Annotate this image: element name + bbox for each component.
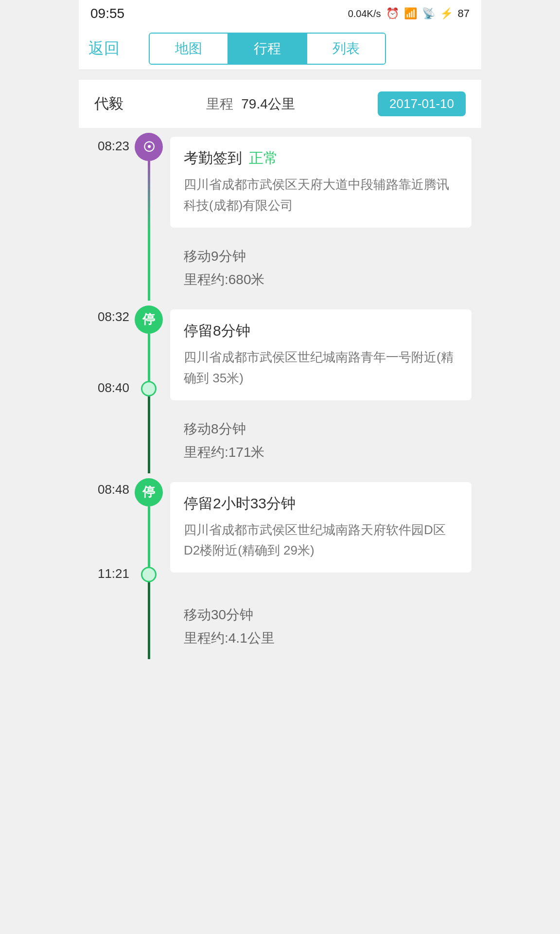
stop1-address: 四川省成都市武侯区世纪城南路青年一号附近(精确到 35米) — [184, 347, 458, 389]
node-col-stop2: 停 — [131, 473, 166, 590]
time-start-stop1: 08:32 — [79, 301, 129, 324]
line-after-checkin — [148, 161, 150, 232]
line-stop2 — [148, 506, 150, 567]
content-col-move3: 移动30分钟 里程约:4.1公里 — [166, 590, 481, 659]
stop2-title: 停留2小时33分钟 — [184, 494, 458, 514]
navbar: 返回 地图 行程 列表 — [79, 27, 481, 70]
mileage-value: 79.4公里 — [241, 95, 295, 113]
clock-icon: ⏰ — [386, 7, 399, 20]
status-time: 09:55 — [90, 6, 124, 21]
line-stop1 — [148, 334, 150, 381]
stop2-end-node — [141, 567, 157, 582]
time-start-checkin: 08:23 — [79, 128, 129, 154]
tab-list[interactable]: 列表 — [307, 34, 385, 64]
move3-info: 移动30分钟 里程约:4.1公里 — [170, 594, 472, 655]
time-end-stop2: 11:21 — [79, 566, 129, 590]
line-move2 — [148, 404, 150, 473]
move1-duration: 移动9分钟 — [184, 247, 458, 266]
fingerprint-icon: ☉ — [143, 139, 155, 155]
content-col-stop2: 停留2小时33分钟 四川省成都市武侯区世纪城南路天府软件园D区D2楼附近(精确到… — [166, 473, 481, 590]
date-badge: 2017-01-10 — [378, 91, 466, 116]
timeline-row-stop2: 08:48 11:21 停 停留2小时33分钟 四川省成都市武侯区世纪城南路天府… — [79, 473, 481, 590]
node-col-move2 — [131, 404, 166, 473]
timeline-container: 08:23 ☉ 考勤签到 正常 四川省成都市武侯区天府大道中段辅路靠近腾讯科技(… — [79, 128, 481, 679]
charging-icon: ⚡ — [440, 7, 453, 20]
checkin-address: 四川省成都市武侯区天府大道中段辅路靠近腾讯科技(成都)有限公司 — [184, 174, 458, 216]
move3-duration: 移动30分钟 — [184, 606, 458, 624]
time-end-stop1: 08:40 — [79, 380, 129, 404]
time-col-move2 — [79, 404, 131, 473]
status-bar: 09:55 0.04K/s ⏰ 📶 📡 ⚡ 87 — [79, 0, 481, 27]
status-right-group: 0.04K/s ⏰ 📶 📡 ⚡ 87 — [348, 7, 470, 20]
line-move1 — [148, 232, 150, 301]
move3-distance: 里程约:4.1公里 — [184, 629, 458, 647]
signal-icon: 📡 — [422, 7, 435, 20]
stop2-card: 停留2小时33分钟 四川省成都市武侯区世纪城南路天府软件园D区D2楼附近(精确到… — [170, 482, 472, 573]
checkin-card: 考勤签到 正常 四川省成都市武侯区天府大道中段辅路靠近腾讯科技(成都)有限公司 — [170, 137, 472, 228]
move2-duration: 移动8分钟 — [184, 420, 458, 438]
node-col-stop1: 停 — [131, 301, 166, 404]
time-col-stop2: 08:48 11:21 — [79, 473, 131, 590]
checkin-label: 考勤签到 — [184, 148, 242, 168]
move1-info: 移动9分钟 里程约:680米 — [170, 235, 472, 297]
checkin-node: ☉ — [135, 133, 163, 161]
tab-map[interactable]: 地图 — [150, 34, 228, 64]
checkin-title: 考勤签到 正常 — [184, 148, 458, 168]
timeline-row-move1: 移动9分钟 里程约:680米 — [79, 232, 481, 301]
stop2-address: 四川省成都市武侯区世纪城南路天府软件园D区D2楼附近(精确到 29米) — [184, 520, 458, 561]
time-col-move3 — [79, 590, 131, 659]
line-move3 — [148, 590, 150, 659]
content-col-stop1: 停留8分钟 四川省成都市武侯区世纪城南路青年一号附近(精确到 35米) — [166, 301, 481, 404]
mileage-group: 里程 79.4公里 — [206, 95, 295, 113]
content-col-move1: 移动9分钟 里程约:680米 — [166, 232, 481, 301]
wifi-icon: 📶 — [404, 7, 417, 20]
line-after-stop2 — [148, 582, 150, 590]
timeline-row-move2: 移动8分钟 里程约:171米 — [79, 404, 481, 473]
stop1-card: 停留8分钟 四川省成都市武侯区世纪城南路青年一号附近(精确到 35米) — [170, 309, 472, 400]
time-col-stop1: 08:32 08:40 — [79, 301, 131, 404]
move2-info: 移动8分钟 里程约:171米 — [170, 408, 472, 469]
tab-trip[interactable]: 行程 — [228, 34, 307, 64]
move2-distance: 里程约:171米 — [184, 443, 458, 462]
stop1-title: 停留8分钟 — [184, 321, 458, 341]
node-col-move1 — [131, 232, 166, 301]
tab-group: 地图 行程 列表 — [149, 33, 386, 65]
timeline-row-checkin: 08:23 ☉ 考勤签到 正常 四川省成都市武侯区天府大道中段辅路靠近腾讯科技(… — [79, 128, 481, 232]
summary-bar: 代毅 里程 79.4公里 2017-01-10 — [79, 80, 481, 128]
mileage-label: 里程 — [206, 95, 233, 113]
line-after-stop1 — [148, 396, 150, 404]
move1-distance: 里程约:680米 — [184, 270, 458, 289]
time-start-stop2: 08:48 — [79, 473, 129, 497]
time-col-checkin: 08:23 — [79, 128, 131, 232]
checkin-status: 正常 — [249, 148, 278, 168]
time-col-move1 — [79, 232, 131, 301]
content-col-checkin: 考勤签到 正常 四川省成都市武侯区天府大道中段辅路靠近腾讯科技(成都)有限公司 — [166, 128, 481, 232]
network-speed: 0.04K/s — [348, 8, 381, 19]
person-name: 代毅 — [94, 94, 123, 114]
timeline-row-stop1: 08:32 08:40 停 停留8分钟 四川省成都市武侯区世纪城南路青年一号附近… — [79, 301, 481, 404]
stop2-node: 停 — [135, 478, 163, 506]
stop1-end-node — [141, 381, 157, 396]
node-col-move3 — [131, 590, 166, 659]
battery-level: 87 — [458, 7, 470, 20]
timeline-row-move3: 移动30分钟 里程约:4.1公里 — [79, 590, 481, 659]
content-col-move2: 移动8分钟 里程约:171米 — [166, 404, 481, 473]
back-button[interactable]: 返回 — [88, 38, 129, 59]
stop1-node: 停 — [135, 305, 163, 334]
node-col-checkin: ☉ — [131, 128, 166, 232]
